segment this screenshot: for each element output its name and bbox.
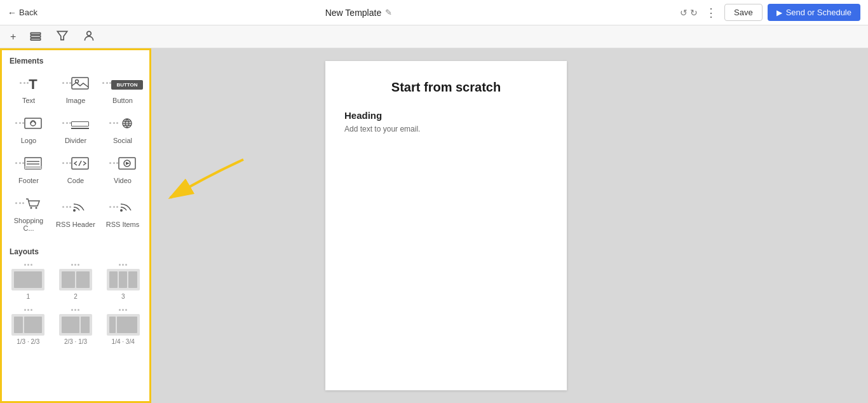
divider-element-item[interactable]: Divider	[53, 109, 98, 148]
divider-svg-icon	[71, 121, 89, 129]
layout-23-13-label: 2/3 · 1/3	[64, 338, 87, 345]
button-shape-icon: BUTTON	[111, 80, 142, 90]
logo-icon-wrap	[17, 114, 41, 133]
social-svg-icon	[118, 117, 136, 132]
rss-header-element-item[interactable]: RSS Header	[53, 189, 98, 236]
layout-1-3-2-3-item[interactable]: 1/3 · 2/3	[6, 305, 51, 348]
video-svg-icon	[118, 157, 136, 172]
save-button[interactable]: Save	[724, 4, 763, 21]
layers-button[interactable]	[26, 26, 45, 48]
svg-rect-14	[25, 166, 41, 169]
send-icon: ▶	[776, 8, 782, 17]
footer-svg-icon	[24, 157, 42, 172]
svg-point-4	[87, 31, 92, 36]
edit-icon[interactable]: ✎	[385, 8, 392, 17]
add-tool-button[interactable]: +	[8, 29, 18, 45]
filter-button[interactable]	[53, 26, 72, 48]
svg-rect-2	[31, 38, 41, 40]
rss-items-icon-wrap	[111, 198, 135, 217]
send-schedule-button[interactable]: ▶ Send or Schedule	[768, 4, 860, 21]
cart-svg-icon	[24, 197, 42, 212]
secondary-toolbar: +	[0, 25, 868, 48]
footer-icon-wrap	[17, 154, 41, 174]
rss-header-svg-icon	[71, 201, 89, 216]
layout-1-item[interactable]: 1	[6, 260, 51, 303]
rss-items-label: RSS Items	[106, 221, 140, 228]
code-icon-wrap	[64, 154, 88, 174]
footer-label: Footer	[18, 177, 39, 184]
svg-marker-19	[126, 162, 130, 165]
header: ← Back New Template ✎ ↺ ↻ ⋮ Save ▶ Send …	[0, 0, 868, 25]
layout-3-item[interactable]: 3	[100, 260, 146, 303]
image-element-item[interactable]: Image	[53, 69, 98, 108]
contacts-button[interactable]	[79, 26, 98, 48]
shopping-cart-element-item[interactable]: Shopping C...	[6, 189, 51, 236]
button-label: Button	[112, 97, 133, 104]
layouts-section: 1 2	[2, 260, 149, 353]
social-label: Social	[113, 137, 132, 144]
svg-point-20	[31, 207, 32, 209]
shopping-cart-icon-wrap	[17, 195, 41, 214]
undo-button[interactable]: ↺	[680, 8, 688, 18]
layout-14-34-label: 1/4 · 3/4	[112, 338, 135, 345]
elements-section-title: Elements	[2, 50, 149, 69]
layout-2-preview	[59, 269, 92, 290]
redo-button[interactable]: ↻	[690, 8, 698, 18]
main-area: Elements T Text	[0, 48, 868, 403]
arrow-annotation	[151, 150, 247, 229]
more-options-button[interactable]: ⋮	[703, 7, 719, 18]
code-label: Code	[67, 177, 84, 184]
email-canvas: Start from scratch Heading Add text to y…	[325, 61, 567, 390]
back-label: Back	[19, 8, 37, 17]
svg-line-16	[79, 161, 81, 166]
canvas-body-text: Add text to your email.	[344, 125, 548, 133]
text-label: Text	[22, 97, 35, 104]
layout-1-preview	[11, 269, 44, 290]
canvas-content-area: Heading Add text to your email.	[344, 110, 548, 133]
header-left: ← Back	[8, 8, 37, 18]
canvas-wrapper: Start from scratch Heading Add text to y…	[151, 48, 868, 403]
logo-element-item[interactable]: Logo	[6, 109, 51, 148]
back-button[interactable]: ← Back	[8, 8, 37, 18]
layout-3-label: 3	[121, 293, 125, 300]
layout-1-4-3-4-item[interactable]: 1/4 · 3/4	[100, 305, 146, 348]
button-element-item[interactable]: BUTTON Button	[100, 69, 146, 108]
social-icon-wrap	[111, 114, 135, 133]
layouts-section-title: Layouts	[2, 241, 149, 260]
video-icon-wrap	[111, 154, 135, 174]
svg-marker-3	[58, 31, 67, 39]
header-right: ↺ ↻ ⋮ Save ▶ Send or Schedule	[680, 4, 860, 21]
svg-rect-0	[31, 32, 41, 34]
layout-3-preview	[107, 269, 140, 290]
logo-svg-icon	[24, 117, 42, 132]
send-label: Send or Schedule	[786, 8, 851, 17]
svg-point-23	[120, 209, 123, 212]
rss-items-element-item[interactable]: RSS Items	[100, 189, 146, 236]
code-element-item[interactable]: Code	[53, 149, 98, 188]
right-panel	[567, 61, 694, 390]
video-element-item[interactable]: Video	[100, 149, 146, 188]
header-center: New Template ✎	[325, 8, 392, 18]
layout-14-34-preview	[107, 314, 140, 336]
image-icon-wrap	[64, 74, 88, 93]
rss-items-svg-icon	[118, 201, 136, 216]
layout-grid: 1 2	[6, 260, 146, 348]
svg-rect-1	[31, 36, 41, 38]
svg-point-21	[36, 207, 37, 209]
rss-header-icon-wrap	[64, 198, 88, 217]
divider-label: Divider	[65, 137, 86, 144]
image-label: Image	[66, 97, 86, 104]
layout-1-label: 1	[27, 293, 31, 300]
video-label: Video	[114, 177, 132, 184]
text-icon-wrap: T	[17, 74, 41, 93]
layout-2-3-1-3-item[interactable]: 2/3 · 1/3	[53, 305, 98, 348]
footer-element-item[interactable]: Footer	[6, 149, 51, 188]
text-element-item[interactable]: T Text	[6, 69, 51, 108]
svg-rect-5	[72, 78, 88, 89]
elements-grid: T Text Image	[2, 69, 149, 241]
social-element-item[interactable]: Social	[100, 109, 146, 148]
canvas-main-heading: Start from scratch	[344, 80, 548, 95]
image-svg-icon	[71, 77, 89, 92]
layout-2-item[interactable]: 2	[53, 260, 98, 303]
svg-point-22	[73, 209, 76, 212]
